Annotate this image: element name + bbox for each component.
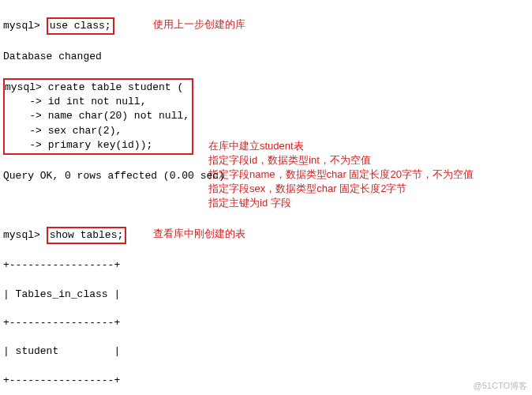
watermark: @51CTO博客 [474, 380, 527, 392]
annotation-use-db: 使用上一步创建的库 [153, 17, 245, 32]
cmd-show-tables: show tables; [47, 227, 127, 244]
cmd-use-class: use class; [47, 17, 114, 35]
annotation-field-id: 指定字段id，数据类型int，不为空值 [208, 153, 371, 167]
annotation-field-sex: 指定字段sex，数据类型char 固定长度2字节 [208, 182, 406, 196]
output-query-ok: Query OK, 0 rows affected (0.00 sec) [3, 169, 529, 183]
prompt: mysql> [3, 20, 40, 32]
annotation-create-title: 在库中建立student表 [208, 139, 304, 153]
cmd-create-table: mysql> create table student ( -> id int … [3, 78, 193, 155]
table-border: +-----------------+ [3, 374, 529, 388]
table-row: | student | [3, 344, 529, 359]
table-border: +-----------------+ [3, 258, 529, 273]
terminal-output: mysql> use class;使用上一步创建的库 Database chan… [0, 0, 532, 395]
table-border: +-----------------+ [3, 316, 529, 330]
output-db-changed: Database changed [3, 50, 529, 64]
annotation-show-tables: 查看库中刚创建的表 [153, 227, 245, 241]
table-header: | Tables_in_class | [3, 288, 529, 302]
